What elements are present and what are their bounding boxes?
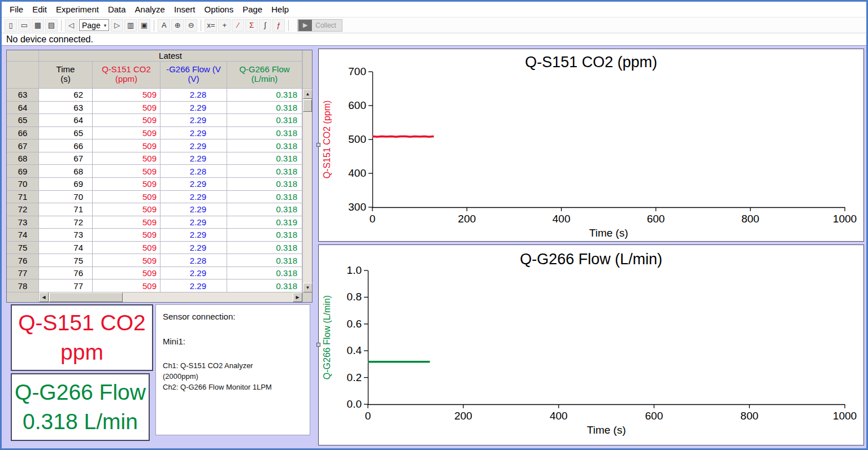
column-header-2[interactable]: Q-S151 CO2(ppm) <box>93 62 160 89</box>
table-cell[interactable]: 77 <box>39 279 93 292</box>
resize-handle[interactable] <box>316 343 320 347</box>
table-cell[interactable]: 71 <box>39 203 93 216</box>
table-cell[interactable]: 0.318 <box>227 89 302 102</box>
table-cell[interactable]: 0.318 <box>227 203 302 216</box>
table-row[interactable]: 78775092.290.318 <box>7 279 302 292</box>
tangent-icon[interactable]: ∕ <box>232 19 244 32</box>
table-cell[interactable]: 72 <box>7 203 39 216</box>
table-cell[interactable]: 0.318 <box>227 139 302 152</box>
graph-flow[interactable]: Q-G266 Flow (L/min)020040060080010000.00… <box>318 244 864 445</box>
menu-page[interactable]: Page <box>238 2 267 16</box>
scroll-up-button[interactable]: ▲ <box>303 89 313 99</box>
meter-flow[interactable]: Q-G266 Flow 0.318 L/min <box>11 373 150 441</box>
table-cell[interactable]: 69 <box>39 178 93 191</box>
table-cell[interactable]: 64 <box>39 114 93 127</box>
table-cell[interactable]: 0.318 <box>227 229 302 242</box>
table-cell[interactable]: 509 <box>93 229 160 242</box>
scroll-left-button[interactable]: ◀ <box>39 292 49 302</box>
table-cell[interactable]: 2.29 <box>160 178 227 191</box>
table-cell[interactable]: 67 <box>39 152 93 165</box>
table-row[interactable]: 67665092.290.318 <box>7 139 302 152</box>
table-cell[interactable]: 509 <box>93 102 160 115</box>
scroll-down-button[interactable]: ▼ <box>303 283 313 292</box>
table-cell[interactable]: 2.28 <box>160 254 227 267</box>
collect-button[interactable]: ▶Collect <box>297 19 342 32</box>
menu-file[interactable]: File <box>5 2 28 16</box>
table-row[interactable]: 63625092.280.318 <box>7 89 302 102</box>
table-cell[interactable]: 67 <box>7 139 39 152</box>
table-row[interactable]: 72715092.290.318 <box>7 203 302 216</box>
table-cell[interactable]: 62 <box>39 89 93 102</box>
table-cell[interactable]: 509 <box>93 178 160 191</box>
resize-handle[interactable] <box>316 143 320 147</box>
table-cell[interactable]: 2.29 <box>160 242 227 255</box>
hscroll-track[interactable] <box>49 292 293 302</box>
table-row[interactable]: 74735092.290.318 <box>7 229 302 242</box>
meter-co2[interactable]: Q-S151 CO2 ppm <box>11 304 153 371</box>
table-cell[interactable]: 0.318 <box>227 191 302 204</box>
open-file-icon[interactable]: ▭ <box>18 19 31 32</box>
column-header-1[interactable]: Time(s) <box>39 62 93 89</box>
table-row[interactable]: 64635092.290.318 <box>7 102 302 115</box>
table-row[interactable]: 65645092.290.318 <box>7 114 302 127</box>
vscroll-track[interactable] <box>303 99 312 283</box>
table-row[interactable]: 77765092.290.318 <box>7 267 302 280</box>
zoom-in-icon[interactable]: ⊕ <box>171 19 184 32</box>
table-row[interactable]: 73725092.290.319 <box>7 216 302 229</box>
table-cell[interactable]: 66 <box>7 127 39 140</box>
table-cell[interactable]: 2.29 <box>160 229 227 242</box>
table-cell[interactable]: 509 <box>93 279 160 292</box>
save-icon[interactable]: ▦ <box>32 19 44 32</box>
menu-options[interactable]: Options <box>199 2 238 16</box>
table-cell[interactable]: 0.319 <box>227 216 302 229</box>
table-cell[interactable]: 2.28 <box>160 89 227 102</box>
table-cell[interactable]: 0.318 <box>227 242 302 255</box>
vscroll-thumb[interactable] <box>303 99 312 112</box>
print-icon[interactable]: ▤ <box>45 19 58 32</box>
table-cell[interactable]: 66 <box>39 139 93 152</box>
table-row[interactable]: 76755092.280.318 <box>7 254 302 267</box>
table-cell[interactable]: 509 <box>93 89 160 102</box>
table-cell[interactable]: 75 <box>39 254 93 267</box>
table-cell[interactable]: 69 <box>7 165 39 178</box>
table-cell[interactable]: 71 <box>7 191 39 204</box>
statistics-icon[interactable]: Σ <box>245 19 258 32</box>
menu-analyze[interactable]: Analyze <box>131 2 170 16</box>
next-page-icon[interactable]: ▷ <box>111 19 123 32</box>
curve-fit-icon[interactable]: ƒ <box>272 19 285 32</box>
table-cell[interactable]: 77 <box>7 267 39 280</box>
table-cell[interactable]: 2.29 <box>160 279 227 292</box>
table-cell[interactable]: 76 <box>39 267 93 280</box>
table-cell[interactable]: 73 <box>7 216 39 229</box>
table-cell[interactable]: 2.29 <box>160 203 227 216</box>
table-horizontal-scrollbar[interactable]: ◀ ▶ <box>7 292 302 302</box>
interpolate-icon[interactable]: + <box>218 19 231 32</box>
table-cell[interactable]: 68 <box>7 152 39 165</box>
table-cell[interactable]: 74 <box>39 242 93 255</box>
table-row[interactable]: 68675092.290.318 <box>7 152 302 165</box>
menu-data[interactable]: Data <box>103 2 131 16</box>
clipboard-icon[interactable]: ▣ <box>138 19 150 32</box>
table-cell[interactable]: 509 <box>93 152 160 165</box>
table-cell[interactable]: 0.318 <box>227 254 302 267</box>
table-row[interactable]: 69685092.280.318 <box>7 165 302 178</box>
table-row[interactable]: 66655092.290.318 <box>7 127 302 140</box>
table-cell[interactable]: 70 <box>39 191 93 204</box>
scroll-right-button[interactable]: ▶ <box>293 292 302 302</box>
table-row[interactable]: 70695092.290.318 <box>7 178 302 191</box>
table-cell[interactable]: 0.318 <box>227 102 302 115</box>
table-cell[interactable]: 0.318 <box>227 127 302 140</box>
table-cell[interactable]: 509 <box>93 165 160 178</box>
table-cell[interactable]: 509 <box>93 139 160 152</box>
table-cell[interactable]: 76 <box>7 254 39 267</box>
table-cell[interactable]: 78 <box>7 279 39 292</box>
table-cell[interactable]: 70 <box>7 178 39 191</box>
table-cell[interactable]: 2.29 <box>160 114 227 127</box>
table-cell[interactable]: 509 <box>93 191 160 204</box>
table-cell[interactable]: 72 <box>39 216 93 229</box>
table-cell[interactable]: 2.28 <box>160 165 227 178</box>
integral-icon[interactable]: ∫ <box>259 19 271 32</box>
table-cell[interactable]: 63 <box>7 89 39 102</box>
table-cell[interactable]: 0.318 <box>227 114 302 127</box>
table-cell[interactable]: 2.29 <box>160 152 227 165</box>
